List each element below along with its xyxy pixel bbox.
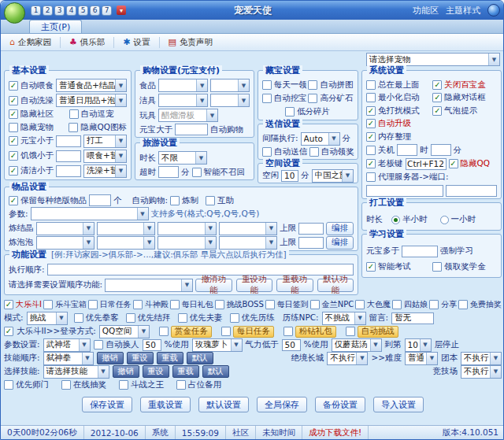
checkbox[interactable]: [284, 327, 293, 336]
gold-task-option[interactable]: 粉钻礼包: [284, 326, 336, 338]
idle-minutes-input[interactable]: 10: [281, 170, 298, 182]
checkbox[interactable]: [265, 300, 275, 309]
qi-item-select[interactable]: 仅蘑菇汤▼: [332, 338, 382, 352]
function-action-button[interactable]: 重载功能: [276, 279, 313, 292]
extra-option[interactable]: 优先师门: [4, 379, 49, 390]
checkbox[interactable]: [159, 327, 169, 336]
tray-arrow-icon[interactable]: ▾: [117, 6, 126, 15]
battle-option[interactable]: 分享: [429, 299, 457, 310]
system-option[interactable]: 内存整理: [366, 131, 430, 142]
extra-option[interactable]: 斗战之王: [119, 379, 164, 390]
pet-select[interactable]: 请选择宠物▼: [366, 53, 500, 66]
checkbox[interactable]: [366, 262, 376, 272]
keep-rare-items-checkbox[interactable]: [9, 196, 18, 205]
extra-option[interactable]: 占位备用: [176, 379, 221, 390]
study-option[interactable]: 智能考试: [366, 261, 430, 272]
function-area-link[interactable]: 功能区: [413, 5, 439, 17]
login-method-select[interactable]: QQ空间▼: [99, 325, 150, 338]
hp-item-select[interactable]: 玫瑰萝卜▼: [192, 338, 243, 352]
checkbox[interactable]: [432, 93, 442, 102]
function-action-button[interactable]: 重设功能: [236, 279, 272, 292]
footer-button[interactable]: 备份设置: [315, 397, 365, 412]
hunger-below-checkbox[interactable]: [9, 151, 18, 161]
checkbox[interactable]: [9, 123, 18, 132]
crystal-select[interactable]: ▼: [36, 222, 94, 235]
skill-action-button[interactable]: 默认: [202, 365, 229, 378]
radio[interactable]: [391, 216, 400, 224]
checkbox[interactable]: [9, 109, 18, 119]
checkbox[interactable]: [262, 94, 272, 103]
skill-action-button[interactable]: 重设: [143, 365, 169, 378]
basic-option[interactable]: 隐藏社区: [9, 109, 67, 120]
checkbox[interactable]: [310, 300, 320, 309]
checkbox[interactable]: [221, 327, 231, 336]
feed-food-select[interactable]: 普通食品+结晶▼: [56, 79, 127, 92]
checkbox[interactable]: [308, 80, 317, 90]
checkbox[interactable]: [432, 262, 442, 272]
priority-option[interactable]: 优先拳客: [74, 312, 119, 324]
basic-option[interactable]: 自动逗宠: [69, 109, 128, 120]
battle-option[interactable]: 四姑娘: [392, 299, 428, 310]
clean-threshold-input[interactable]: [56, 165, 81, 177]
crystal-select[interactable]: ▼: [97, 222, 155, 235]
checkbox[interactable]: [74, 313, 83, 323]
checkbox[interactable]: [429, 300, 439, 309]
system-option[interactable]: 总在最上面: [366, 79, 430, 91]
coin-action-select[interactable]: 打工▼: [83, 135, 127, 148]
interval-select[interactable]: Auto▼: [301, 132, 340, 146]
treasure-option[interactable]: 每天一领: [262, 79, 308, 91]
checkbox[interactable]: [170, 300, 180, 309]
pet-slot-button[interactable]: 1: [31, 6, 41, 16]
study-coin-input[interactable]: [402, 246, 438, 257]
npc-select[interactable]: 不挑战▼: [322, 312, 366, 325]
mutual-help-checkbox[interactable]: [206, 196, 215, 205]
pet-slot-button[interactable]: 6: [90, 6, 100, 16]
system-option[interactable]: 气泡提示: [432, 105, 496, 116]
battle-option[interactable]: 斗神殿: [133, 299, 169, 310]
coin-below-checkbox[interactable]: [9, 136, 18, 146]
checkbox[interactable]: [178, 313, 187, 323]
priority-option[interactable]: 优先历练: [230, 312, 275, 324]
settings-button[interactable]: ✱ 设置: [117, 35, 155, 50]
boss-key-checkbox[interactable]: [366, 159, 376, 168]
footer-button[interactable]: 全局保存: [257, 397, 307, 412]
app-logo-icon[interactable]: [4, 2, 25, 24]
checkbox[interactable]: [458, 300, 468, 309]
crystal-arrange-button[interactable]: 编排: [326, 222, 354, 235]
auto-bath-checkbox[interactable]: [9, 96, 18, 105]
footer-button[interactable]: 保存设置: [82, 397, 132, 412]
disclaimer-button[interactable]: ▤ 免责声明: [163, 35, 218, 50]
basic-option[interactable]: 隐藏宠物: [9, 122, 66, 133]
message-input[interactable]: 暂无: [391, 312, 434, 324]
qi-percent-input[interactable]: 50: [282, 339, 301, 351]
work-duration-option[interactable]: 半小时: [391, 214, 428, 225]
wall-select[interactable]: 不执行▼: [327, 352, 368, 365]
corner-orb-button[interactable]: [487, 4, 500, 17]
food-select-1[interactable]: ▼: [158, 79, 208, 92]
hunger-threshold-input[interactable]: [56, 150, 81, 162]
checkbox[interactable]: [4, 300, 13, 309]
clean-action-select[interactable]: 洗澡+暂停▼: [83, 165, 127, 178]
proxy-checkbox[interactable]: [366, 172, 376, 182]
club-button[interactable]: ♣ 俱乐部: [64, 35, 110, 50]
checkbox[interactable]: [366, 106, 376, 116]
bath-item-select[interactable]: 普通日用品+泡泡▼: [56, 94, 127, 107]
pet-slot-button[interactable]: 2: [43, 6, 53, 16]
system-option[interactable]: 免打扰模式: [366, 105, 430, 116]
pet-slot-button[interactable]: 7: [102, 6, 112, 16]
battle-option[interactable]: 每日签到: [265, 299, 309, 310]
battle-option[interactable]: 日常任务: [88, 299, 132, 310]
boss-key-input[interactable]: Ctrl+F12: [406, 158, 447, 170]
treasure-option[interactable]: 自动挖宝: [262, 93, 308, 104]
system-option[interactable]: 最小化启动: [366, 92, 430, 103]
skill-action-button[interactable]: 重载: [172, 365, 199, 378]
study-option[interactable]: 领取奖学金: [432, 261, 496, 272]
crystal-select[interactable]: ▼: [219, 222, 277, 235]
checkbox[interactable]: [43, 300, 53, 309]
battle-option[interactable]: 每日礼包: [170, 299, 213, 310]
priority-option[interactable]: 优先夫妻: [178, 312, 223, 324]
travel-destination-select[interactable]: 中国之旅▼: [312, 169, 354, 183]
radio[interactable]: [440, 216, 449, 224]
keep-count-input[interactable]: [89, 194, 111, 206]
letter-option[interactable]: 自动送信: [262, 146, 307, 157]
